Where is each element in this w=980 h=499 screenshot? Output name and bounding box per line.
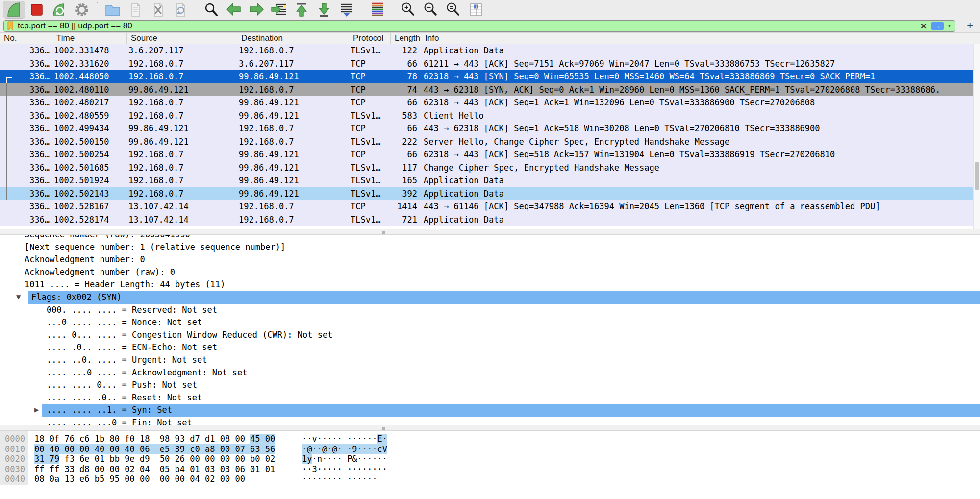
detail-line[interactable]: Sequence number (raw): 2605041990: [0, 235, 980, 241]
start-capture-button[interactable]: [3, 1, 25, 19]
packet-row[interactable]: 336…1002.480217192.168.0.799.86.49.121TC…: [0, 96, 980, 109]
detail-line[interactable]: ...0 .... .... = Nonce: Not set: [0, 316, 980, 329]
display-filter-input[interactable]: tcp.port == 80 || udp.port == 80 × → ▼: [3, 20, 955, 32]
filter-dropdown-caret-icon[interactable]: ▼: [947, 24, 952, 28]
hex-plain: f3 6e 01 bb 9e d9 50 26 00 00 00 00 b0 0…: [59, 454, 275, 464]
go-back-button[interactable]: [223, 1, 245, 19]
packet-list-scrollbar-thumb[interactable]: [975, 162, 979, 190]
cell-no: 336…: [0, 187, 52, 200]
detail-line[interactable]: 000. .... .... = Reserved: Not set: [0, 304, 980, 317]
hex-row[interactable]: 001000 40 00 00 40 00 40 06 e5 39 c0 a8 …: [0, 444, 980, 454]
hex-row[interactable]: 004008 0a 13 e6 b5 95 00 00 00 00 04 02 …: [0, 474, 980, 484]
column-header-proto[interactable]: Protocol: [349, 33, 391, 44]
resize-columns-icon: [466, 1, 486, 19]
cell-source: 192.168.0.7: [127, 57, 237, 71]
hex-ascii: ··v····· ······E·: [302, 434, 387, 444]
clear-filter-icon[interactable]: ×: [921, 21, 927, 31]
detail-line-text: 1011 .... = Header Length: 44 bytes (11): [0, 279, 225, 289]
conversation-first-mark: [6, 77, 12, 83]
zoom-100-button[interactable]: [442, 1, 465, 19]
column-header-info[interactable]: Info: [421, 33, 980, 44]
cell-no: 336…: [0, 83, 52, 97]
packet-row[interactable]: 336…1002.48011099.86.49.121192.168.0.7TC…: [0, 83, 980, 97]
related-stream-dashed-line: [2, 200, 2, 229]
detail-line[interactable]: ▼Flags: 0x002 (SYN): [0, 291, 980, 304]
auto-scroll-icon: [337, 1, 356, 19]
cell-destination: 192.168.0.7: [237, 83, 349, 97]
hex-offset: 0000: [5, 434, 25, 444]
packet-list: 336…1002.3314783.6.207.117192.168.0.7TLS…: [0, 44, 980, 229]
open-file-button[interactable]: [101, 1, 124, 19]
packet-row[interactable]: 336…1002.50015099.86.49.121192.168.0.7TL…: [0, 135, 980, 149]
detail-line[interactable]: .... ...0 .... = Acknowledgment: Not set: [0, 367, 980, 379]
detail-line[interactable]: Acknowledgment number (raw): 0: [0, 266, 980, 279]
detail-line-text: Flags: 0x002 (SYN): [0, 292, 122, 302]
detail-line[interactable]: .... .... ...0 = Fin: Not set: [0, 417, 980, 425]
packet-row[interactable]: 336…1002.500254192.168.0.799.86.49.121TC…: [0, 148, 980, 161]
detail-line-text: .... .0.. .... = ECN-Echo: Not set: [0, 342, 217, 352]
detail-line[interactable]: .... ..0. .... = Urgent: Not set: [0, 354, 980, 367]
hex-row[interactable]: 000018 0f 76 c6 1b 80 f0 18 98 93 d7 d1 …: [0, 434, 980, 444]
detail-line[interactable]: 1011 .... = Header Length: 44 bytes (11): [0, 278, 980, 291]
cell-time: 1002.502143: [52, 187, 127, 200]
save-file-button[interactable]: [124, 1, 147, 19]
go-to-bottom-button[interactable]: [313, 1, 335, 19]
packet-row[interactable]: 336…1002.501685192.168.0.799.86.49.121TL…: [0, 161, 980, 175]
cell-source: 99.86.49.121: [127, 135, 237, 149]
reload-file-button[interactable]: [169, 1, 192, 19]
detail-line[interactable]: Acknowledgment number: 0: [0, 253, 980, 266]
detail-line[interactable]: ▶.... .... ..1. = Syn: Set: [0, 404, 980, 417]
column-header-src[interactable]: Source: [127, 33, 237, 44]
detail-line[interactable]: [Next sequence number: 1 (relative seque…: [0, 241, 980, 254]
zoom-out-button[interactable]: [420, 1, 442, 19]
go-to-packet-button[interactable]: [268, 1, 290, 19]
detail-line[interactable]: .... 0... .... = Congestion Window Reduc…: [0, 329, 980, 342]
add-filter-button[interactable]: +: [967, 20, 973, 32]
packet-row[interactable]: 336…1002.502143192.168.0.799.86.49.121TL…: [0, 187, 980, 200]
go-forward-button[interactable]: [245, 1, 268, 19]
cell-protocol: TLSv1…: [349, 174, 391, 187]
column-header-no[interactable]: No.: [0, 33, 52, 44]
stop-capture-button[interactable]: [25, 1, 48, 19]
packet-row[interactable]: 336…1002.501924192.168.0.799.86.49.121TL…: [0, 174, 980, 187]
restart-capture-button[interactable]: [48, 1, 71, 19]
pane-splitter[interactable]: [0, 229, 980, 235]
column-header-time[interactable]: Time: [52, 33, 127, 44]
hex-plain: ff ff 33 d8 00 00 02 04 05 b4 01 03 03 0…: [34, 464, 275, 474]
packet-row[interactable]: 336…1002.480559192.168.0.799.86.49.121TL…: [0, 109, 980, 123]
detail-line-text: .... .... ...0 = Fin: Not set: [0, 418, 192, 425]
auto-scroll-button[interactable]: [335, 1, 358, 19]
packet-row[interactable]: 336…1002.52817413.107.42.14192.168.0.7TL…: [0, 213, 980, 226]
packet-list-scrollbar-track[interactable]: [973, 44, 980, 229]
close-file-button[interactable]: [147, 1, 169, 19]
capture-options-button[interactable]: [71, 1, 93, 19]
apply-filter-button[interactable]: →: [931, 22, 944, 30]
filter-expression-text[interactable]: tcp.port == 80 || udp.port == 80: [18, 21, 921, 31]
filter-bookmark-icon[interactable]: [7, 21, 14, 31]
detail-line[interactable]: .... .0.. .... = ECN-Echo: Not set: [0, 341, 980, 354]
detail-line[interactable]: .... .... .0.. = Reset: Not set: [0, 392, 980, 404]
cell-source: 192.168.0.7: [127, 96, 237, 109]
go-to-top-button[interactable]: [290, 1, 313, 19]
packet-row[interactable]: 336…1002.3314783.6.207.117192.168.0.7TLS…: [0, 44, 980, 57]
packet-row[interactable]: 336…1002.52816713.107.42.14192.168.0.7TC…: [0, 200, 980, 213]
column-header-len[interactable]: Length: [391, 33, 421, 44]
detail-line-text: [Next sequence number: 1 (relative seque…: [0, 242, 285, 252]
hex-bytes: 08 0a 13 e6 b5 95 00 00 00 00 04 02 00 0…: [34, 474, 245, 484]
packet-row[interactable]: 336…1002.448050192.168.0.799.86.49.121TC…: [0, 70, 980, 83]
cell-protocol: TCP: [349, 96, 391, 109]
detail-line[interactable]: .... .... 0... = Push: Not set: [0, 379, 980, 392]
detail-line-text: .... ..0. .... = Urgent: Not set: [0, 355, 207, 365]
resize-columns-button[interactable]: [465, 1, 487, 19]
packet-row[interactable]: 336…1002.331620192.168.0.73.6.207.117TCP…: [0, 57, 980, 71]
find-packet-button[interactable]: [200, 1, 223, 19]
packet-row[interactable]: 336…1002.49943499.86.49.121192.168.0.7TC…: [0, 122, 980, 135]
colorize-packets-button[interactable]: [366, 1, 389, 19]
zoom-in-button[interactable]: [397, 1, 420, 19]
pane-splitter[interactable]: [0, 425, 980, 431]
hex-row[interactable]: 0030ff ff 33 d8 00 00 02 04 05 b4 01 03 …: [0, 464, 980, 474]
column-header-dst[interactable]: Destination: [237, 33, 349, 44]
hex-row[interactable]: 002031 79 f3 6e 01 bb 9e d9 50 26 00 00 …: [0, 454, 980, 464]
hex-ascii: ········ ······: [302, 474, 377, 484]
hex-ascii: 1y·n···· P&······: [302, 454, 387, 464]
